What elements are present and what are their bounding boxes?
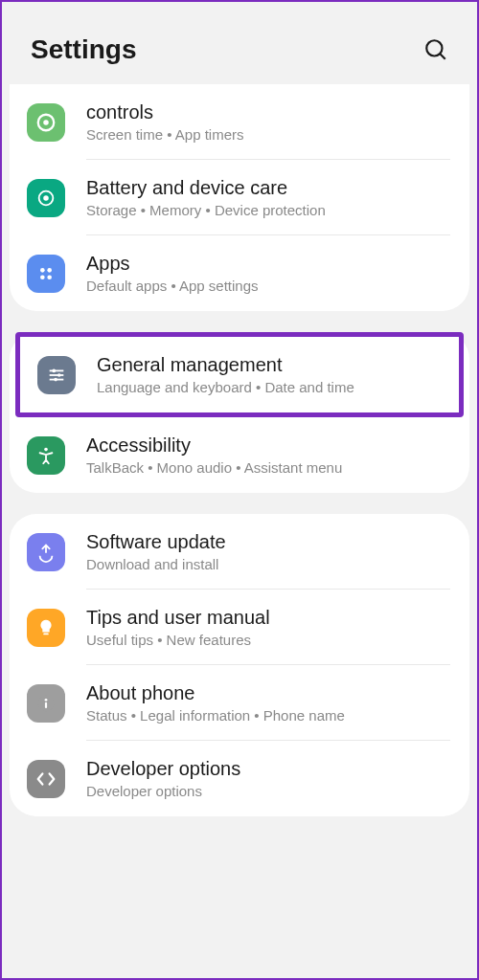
svg-point-7 bbox=[47, 268, 52, 273]
item-subtitle: TalkBack • Mono audio • Assistant menu bbox=[86, 459, 452, 476]
settings-item-software-update[interactable]: Software update Download and install bbox=[10, 514, 469, 590]
settings-group: Software update Download and install Tip… bbox=[10, 514, 469, 816]
item-title: controls bbox=[86, 101, 452, 123]
item-subtitle: Storage • Memory • Device protection bbox=[86, 202, 452, 218]
sliders-icon bbox=[37, 356, 76, 394]
item-subtitle: Developer options bbox=[86, 783, 452, 799]
svg-rect-20 bbox=[45, 702, 47, 707]
item-subtitle: Status • Legal information • Phone name bbox=[86, 707, 452, 724]
update-icon bbox=[27, 533, 65, 571]
settings-item-apps[interactable]: Apps Default apps • App settings bbox=[10, 235, 469, 311]
settings-item-battery[interactable]: Battery and device care Storage • Memory… bbox=[10, 160, 469, 235]
svg-point-6 bbox=[40, 268, 45, 273]
battery-icon bbox=[27, 179, 65, 217]
item-title: Apps bbox=[86, 253, 452, 275]
svg-point-8 bbox=[40, 275, 45, 279]
settings-item-general-management[interactable]: General management Language and keyboard… bbox=[15, 332, 464, 417]
item-text: Tips and user manual Useful tips • New f… bbox=[86, 607, 452, 648]
bulb-icon bbox=[27, 609, 65, 647]
item-text: Battery and device care Storage • Memory… bbox=[86, 177, 452, 218]
item-subtitle: Download and install bbox=[86, 556, 452, 572]
item-text: About phone Status • Legal information •… bbox=[86, 682, 452, 724]
svg-rect-17 bbox=[43, 633, 49, 635]
svg-point-3 bbox=[43, 120, 49, 125]
item-text: Software update Download and install bbox=[86, 531, 452, 572]
header: Settings bbox=[2, 2, 477, 84]
item-subtitle: Useful tips • New features bbox=[86, 632, 452, 648]
svg-point-16 bbox=[44, 447, 48, 451]
settings-item-tips[interactable]: Tips and user manual Useful tips • New f… bbox=[10, 590, 469, 665]
item-text: Accessibility TalkBack • Mono audio • As… bbox=[86, 434, 452, 476]
apps-icon bbox=[27, 255, 65, 293]
settings-item-developer-options[interactable]: Developer options Developer options bbox=[10, 741, 469, 816]
settings-item-controls[interactable]: controls Screen time • App timers bbox=[10, 84, 469, 160]
settings-item-about-phone[interactable]: About phone Status • Legal information •… bbox=[10, 665, 469, 741]
item-text: Apps Default apps • App settings bbox=[86, 253, 452, 294]
svg-point-9 bbox=[47, 275, 52, 279]
item-title: Software update bbox=[86, 531, 452, 553]
settings-group: General management Language and keyboard… bbox=[10, 332, 469, 493]
item-title: About phone bbox=[86, 682, 452, 704]
accessibility-icon bbox=[27, 436, 65, 475]
item-title: Developer options bbox=[86, 758, 452, 780]
item-title: Accessibility bbox=[86, 434, 452, 457]
item-subtitle: Screen time • App timers bbox=[86, 126, 452, 143]
svg-point-15 bbox=[54, 377, 57, 381]
info-icon bbox=[27, 684, 65, 723]
settings-item-accessibility[interactable]: Accessibility TalkBack • Mono audio • As… bbox=[10, 417, 469, 493]
search-icon[interactable] bbox=[423, 37, 448, 62]
item-title: Battery and device care bbox=[86, 177, 452, 199]
svg-point-11 bbox=[52, 368, 56, 372]
digital-wellbeing-icon bbox=[27, 103, 65, 142]
item-subtitle: Default apps • App settings bbox=[86, 278, 452, 294]
svg-line-1 bbox=[440, 54, 445, 58]
settings-group: controls Screen time • App timers Batter… bbox=[10, 84, 469, 311]
item-text: Developer options Developer options bbox=[86, 758, 452, 799]
page-title: Settings bbox=[31, 34, 136, 65]
item-subtitle: Language and keyboard • Date and time bbox=[97, 379, 442, 395]
item-title: General management bbox=[97, 354, 442, 376]
item-title: Tips and user manual bbox=[86, 607, 452, 629]
svg-point-19 bbox=[45, 698, 48, 701]
code-icon bbox=[27, 760, 65, 798]
svg-point-13 bbox=[57, 373, 61, 377]
item-text: controls Screen time • App timers bbox=[86, 101, 452, 143]
item-text: General management Language and keyboard… bbox=[97, 354, 442, 395]
svg-point-0 bbox=[426, 40, 442, 56]
svg-point-5 bbox=[43, 195, 49, 201]
